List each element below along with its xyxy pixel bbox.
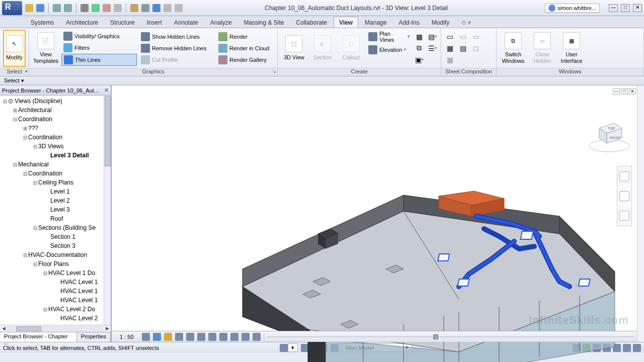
show-hidden-lines-button[interactable]: Show Hidden Lines: [139, 31, 214, 42]
tree-mech-coordination[interactable]: Coordination: [28, 170, 62, 177]
properties-tab[interactable]: Properties: [77, 332, 111, 342]
legends-icon[interactable]: ▤: [427, 31, 438, 42]
tree-section3[interactable]: Section 3: [50, 242, 75, 249]
duplicate-view-icon[interactable]: ⧉: [414, 43, 425, 54]
matchline-icon[interactable]: ▤: [457, 43, 468, 54]
panel-expand-graphics[interactable]: ↘: [272, 69, 276, 74]
view-cube[interactable]: TOP FRONT: [587, 111, 632, 156]
tab-manage[interactable]: Manage: [359, 17, 392, 28]
text-icon[interactable]: [114, 4, 122, 12]
tree-level1[interactable]: Level 1: [50, 188, 70, 195]
remove-hidden-lines-button[interactable]: Remove Hidden Lines: [139, 43, 214, 54]
steering-full-icon[interactable]: [619, 171, 629, 182]
visibility-graphics-button[interactable]: Visibility/ Graphics: [61, 31, 137, 42]
tree-3d-views[interactable]: 3D Views: [38, 143, 63, 150]
panel-expand-select[interactable]: ▾: [25, 69, 28, 74]
select-dropdown[interactable]: Select ▾: [4, 77, 24, 84]
tree-hvac-documentation[interactable]: HVAC-Documentation: [28, 251, 87, 258]
viewport-scrollbar[interactable]: [637, 85, 644, 342]
project-browser-tree[interactable]: ⊟⊙ Views (Discipline) ⊞Architectural ⊟Co…: [0, 96, 111, 325]
temp-hide-icon[interactable]: [230, 333, 238, 341]
elevation-button[interactable]: Elevation: [366, 44, 412, 55]
steering-zoom-icon[interactable]: [619, 191, 629, 201]
sun-path-icon[interactable]: [164, 333, 172, 341]
lock-3d-icon[interactable]: [219, 333, 227, 341]
tree-hvac-l1-c[interactable]: HVAC Level 1: [60, 297, 98, 304]
tab-massing[interactable]: Massing & Site: [238, 17, 290, 28]
close-hidden-button[interactable]: ▭ Close Hidden: [529, 30, 556, 67]
rendering-dialog-icon[interactable]: [186, 333, 194, 341]
render-cloud-button[interactable]: Render in Cloud: [216, 43, 272, 54]
tree-hvac-l1-a[interactable]: HVAC Level 1: [60, 279, 98, 286]
tree-hvac-l1-b[interactable]: HVAC Level 1: [60, 288, 98, 295]
tab-structure[interactable]: Structure: [105, 17, 140, 28]
switch-qat-icon[interactable]: [175, 4, 183, 12]
guide-grid-icon[interactable]: ▦: [444, 43, 455, 54]
tab-analyze[interactable]: Analyze: [205, 17, 237, 28]
tree-scrollbar[interactable]: [104, 96, 111, 325]
maximize-button[interactable]: □: [621, 4, 630, 12]
modify-button[interactable]: ↖ Modify: [3, 30, 26, 67]
render-gallery-button[interactable]: Render Gallery: [216, 54, 272, 65]
3d-viewport[interactable]: — □ ✕ TOP FRONT: [111, 85, 644, 342]
app-logo[interactable]: [2, 1, 22, 15]
project-browser-tab[interactable]: Project Browser - Chapter ...: [0, 332, 77, 342]
tree-root[interactable]: Views (Discipline): [15, 98, 62, 105]
analytical-icon[interactable]: [253, 333, 261, 341]
tab-modify[interactable]: Modify: [426, 17, 455, 28]
background-processes-icon[interactable]: [633, 344, 641, 352]
tree-hvac-l2-do[interactable]: HVAC Level 2 Do: [48, 306, 95, 313]
sheet-icon[interactable]: ▭: [444, 31, 455, 42]
view-scale[interactable]: 1 : 50: [115, 334, 139, 340]
thin-lines-qat-icon[interactable]: [152, 4, 160, 12]
switch-windows-button[interactable]: ⧉ Switch Windows: [500, 30, 527, 67]
close-hidden-qat-icon[interactable]: [164, 4, 172, 12]
steering-pan-icon[interactable]: [619, 211, 629, 221]
tree-h-scrollbar[interactable]: ◀▶: [0, 325, 111, 332]
viewport-close-icon[interactable]: ✕: [629, 88, 636, 95]
tree-unknown[interactable]: ???: [28, 125, 38, 132]
tree-mechanical[interactable]: Mechanical: [18, 161, 49, 168]
drag-elements-icon[interactable]: [623, 344, 631, 352]
crop-view-icon[interactable]: [197, 333, 205, 341]
tree-hvac-l1-do[interactable]: HVAC Level 1 Do: [48, 269, 95, 277]
3d-view-button[interactable]: ⬚ 3D View: [281, 30, 307, 67]
render-button[interactable]: Render: [216, 31, 272, 42]
tab-addins[interactable]: Add-Ins: [393, 17, 425, 28]
viewport-h-scrollbar[interactable]: [267, 333, 634, 340]
tree-ceiling-plans[interactable]: Ceiling Plans: [38, 179, 73, 186]
tab-collaborate[interactable]: Collaborate: [291, 17, 333, 28]
tree-sections[interactable]: Sections (Building Se: [38, 224, 96, 231]
home-icon[interactable]: [130, 4, 138, 12]
redo-icon[interactable]: [64, 4, 72, 12]
tree-coordination[interactable]: Coordination: [18, 116, 52, 123]
open-icon[interactable]: [25, 4, 33, 12]
tab-architecture[interactable]: Architecture: [60, 17, 104, 28]
measure-icon[interactable]: [103, 4, 111, 12]
tab-view[interactable]: View: [334, 17, 358, 28]
default3d-icon[interactable]: [141, 4, 149, 12]
crop-region-icon[interactable]: [208, 333, 216, 341]
view-templates-button[interactable]: 📄 View Templates: [32, 30, 59, 67]
tree-floor-plans[interactable]: Floor Plans: [38, 260, 69, 267]
thin-lines-button[interactable]: Thin Lines: [61, 54, 137, 66]
filters-button[interactable]: Filters: [61, 42, 137, 53]
tree-level3-detail[interactable]: Level 3 Detail: [50, 152, 89, 159]
undo-icon[interactable]: [53, 4, 61, 12]
reveal-hidden-icon[interactable]: [242, 333, 250, 341]
plan-views-button[interactable]: Plan Views: [366, 30, 412, 44]
tree-level3[interactable]: Level 3: [50, 206, 70, 213]
user-account-button[interactable]: simon.whitbre...: [545, 4, 600, 13]
tree-architectural[interactable]: Architectural: [18, 107, 52, 114]
viewport-minimize-icon[interactable]: —: [613, 88, 620, 95]
save-icon[interactable]: [36, 4, 44, 12]
print-icon[interactable]: [80, 4, 89, 12]
tree-hvac-l2[interactable]: HVAC Level 2: [60, 315, 98, 322]
schedules-icon[interactable]: ☰: [427, 43, 438, 54]
tab-annotate[interactable]: Annotate: [169, 17, 204, 28]
tree-level2[interactable]: Level 2: [50, 197, 70, 204]
project-browser-close-icon[interactable]: ✕: [104, 87, 109, 94]
detail-level-icon[interactable]: [142, 333, 150, 341]
drafting-view-icon[interactable]: ▦: [414, 31, 425, 42]
sync-icon[interactable]: [92, 4, 100, 12]
